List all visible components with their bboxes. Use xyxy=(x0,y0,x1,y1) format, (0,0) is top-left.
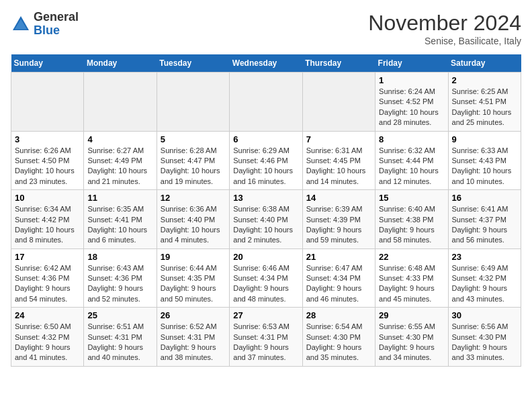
day-info: Sunrise: 6:46 AM Sunset: 4:34 PM Dayligh… xyxy=(233,263,298,305)
calendar-week-row: 3Sunrise: 6:26 AM Sunset: 4:50 PM Daylig… xyxy=(11,131,521,190)
day-number: 14 xyxy=(306,193,371,203)
calendar-cell: 21Sunrise: 6:47 AM Sunset: 4:34 PM Dayli… xyxy=(302,248,375,308)
calendar-table: SundayMondayTuesdayWednesdayThursdayFrid… xyxy=(11,54,521,367)
day-number: 4 xyxy=(87,134,152,144)
day-number: 7 xyxy=(306,134,371,144)
calendar-cell: 1Sunrise: 6:24 AM Sunset: 4:52 PM Daylig… xyxy=(375,73,448,132)
calendar-cell: 28Sunrise: 6:54 AM Sunset: 4:30 PM Dayli… xyxy=(302,308,375,367)
day-info: Sunrise: 6:49 AM Sunset: 4:32 PM Dayligh… xyxy=(452,263,517,305)
weekday-header: Sunday xyxy=(11,54,84,73)
day-info: Sunrise: 6:48 AM Sunset: 4:33 PM Dayligh… xyxy=(379,263,444,305)
day-number: 19 xyxy=(161,252,226,262)
title-block: November 2024 Senise, Basilicate, Italy xyxy=(368,11,521,46)
weekday-header: Monday xyxy=(84,54,157,73)
weekday-header-row: SundayMondayTuesdayWednesdayThursdayFrid… xyxy=(11,54,521,73)
day-info: Sunrise: 6:50 AM Sunset: 4:32 PM Dayligh… xyxy=(15,322,80,363)
calendar-cell xyxy=(230,73,302,132)
day-number: 6 xyxy=(233,134,298,144)
day-info: Sunrise: 6:29 AM Sunset: 4:46 PM Dayligh… xyxy=(233,146,298,187)
day-number: 16 xyxy=(452,193,517,203)
day-number: 15 xyxy=(379,193,444,203)
day-info: Sunrise: 6:27 AM Sunset: 4:49 PM Dayligh… xyxy=(87,146,152,187)
day-number: 28 xyxy=(306,310,371,320)
calendar-cell: 4Sunrise: 6:27 AM Sunset: 4:49 PM Daylig… xyxy=(84,131,157,190)
day-info: Sunrise: 6:26 AM Sunset: 4:50 PM Dayligh… xyxy=(15,146,80,187)
calendar-cell: 16Sunrise: 6:41 AM Sunset: 4:37 PM Dayli… xyxy=(448,190,521,249)
day-info: Sunrise: 6:41 AM Sunset: 4:37 PM Dayligh… xyxy=(452,204,517,246)
calendar-cell: 30Sunrise: 6:56 AM Sunset: 4:30 PM Dayli… xyxy=(448,308,521,367)
day-info: Sunrise: 6:44 AM Sunset: 4:35 PM Dayligh… xyxy=(161,263,226,305)
calendar-cell: 29Sunrise: 6:55 AM Sunset: 4:30 PM Dayli… xyxy=(375,308,448,367)
calendar-cell xyxy=(11,73,84,132)
day-info: Sunrise: 6:24 AM Sunset: 4:52 PM Dayligh… xyxy=(379,87,444,128)
calendar-week-row: 24Sunrise: 6:50 AM Sunset: 4:32 PM Dayli… xyxy=(11,308,521,367)
calendar-cell: 15Sunrise: 6:40 AM Sunset: 4:38 PM Dayli… xyxy=(375,190,448,249)
day-info: Sunrise: 6:43 AM Sunset: 4:36 PM Dayligh… xyxy=(87,263,152,305)
calendar-cell: 5Sunrise: 6:28 AM Sunset: 4:47 PM Daylig… xyxy=(157,131,229,190)
logo-icon xyxy=(11,14,31,34)
calendar-week-row: 1Sunrise: 6:24 AM Sunset: 4:52 PM Daylig… xyxy=(11,73,521,132)
day-info: Sunrise: 6:34 AM Sunset: 4:42 PM Dayligh… xyxy=(15,204,80,246)
day-number: 23 xyxy=(452,252,517,262)
day-number: 17 xyxy=(15,252,80,262)
calendar-week-row: 10Sunrise: 6:34 AM Sunset: 4:42 PM Dayli… xyxy=(11,190,521,249)
day-info: Sunrise: 6:53 AM Sunset: 4:31 PM Dayligh… xyxy=(233,322,298,363)
calendar-cell xyxy=(157,73,229,132)
calendar-cell: 12Sunrise: 6:36 AM Sunset: 4:40 PM Dayli… xyxy=(157,190,229,249)
calendar-cell: 27Sunrise: 6:53 AM Sunset: 4:31 PM Dayli… xyxy=(230,308,302,367)
day-number: 30 xyxy=(452,310,517,320)
day-info: Sunrise: 6:40 AM Sunset: 4:38 PM Dayligh… xyxy=(379,204,444,246)
day-number: 3 xyxy=(15,134,80,144)
calendar-cell: 25Sunrise: 6:51 AM Sunset: 4:31 PM Dayli… xyxy=(84,308,157,367)
calendar-cell: 13Sunrise: 6:38 AM Sunset: 4:40 PM Dayli… xyxy=(230,190,302,249)
calendar-cell: 17Sunrise: 6:42 AM Sunset: 4:36 PM Dayli… xyxy=(11,248,84,308)
weekday-header: Friday xyxy=(375,54,448,73)
day-number: 25 xyxy=(87,310,152,320)
calendar-cell xyxy=(84,73,157,132)
day-info: Sunrise: 6:28 AM Sunset: 4:47 PM Dayligh… xyxy=(161,146,226,187)
logo-general-text: General xyxy=(34,10,79,24)
day-info: Sunrise: 6:35 AM Sunset: 4:41 PM Dayligh… xyxy=(87,204,152,246)
day-info: Sunrise: 6:56 AM Sunset: 4:30 PM Dayligh… xyxy=(452,322,517,363)
day-info: Sunrise: 6:25 AM Sunset: 4:51 PM Dayligh… xyxy=(452,87,517,128)
calendar-cell: 7Sunrise: 6:31 AM Sunset: 4:45 PM Daylig… xyxy=(302,131,375,190)
calendar-cell: 23Sunrise: 6:49 AM Sunset: 4:32 PM Dayli… xyxy=(448,248,521,308)
logo-blue-text: Blue xyxy=(34,24,60,37)
day-info: Sunrise: 6:39 AM Sunset: 4:39 PM Dayligh… xyxy=(306,204,371,246)
day-number: 21 xyxy=(306,252,371,262)
day-number: 24 xyxy=(15,310,80,320)
day-number: 1 xyxy=(379,75,444,85)
day-info: Sunrise: 6:33 AM Sunset: 4:43 PM Dayligh… xyxy=(452,146,517,187)
logo: General Blue xyxy=(11,11,79,38)
weekday-header: Wednesday xyxy=(230,54,302,73)
day-info: Sunrise: 6:52 AM Sunset: 4:31 PM Dayligh… xyxy=(161,322,226,363)
day-number: 5 xyxy=(161,134,226,144)
calendar-week-row: 17Sunrise: 6:42 AM Sunset: 4:36 PM Dayli… xyxy=(11,248,521,308)
day-info: Sunrise: 6:54 AM Sunset: 4:30 PM Dayligh… xyxy=(306,322,371,363)
day-number: 29 xyxy=(379,310,444,320)
day-number: 18 xyxy=(87,252,152,262)
calendar-cell: 3Sunrise: 6:26 AM Sunset: 4:50 PM Daylig… xyxy=(11,131,84,190)
calendar-cell: 6Sunrise: 6:29 AM Sunset: 4:46 PM Daylig… xyxy=(230,131,302,190)
calendar-cell: 20Sunrise: 6:46 AM Sunset: 4:34 PM Dayli… xyxy=(230,248,302,308)
day-info: Sunrise: 6:38 AM Sunset: 4:40 PM Dayligh… xyxy=(233,204,298,246)
calendar-cell: 26Sunrise: 6:52 AM Sunset: 4:31 PM Dayli… xyxy=(157,308,229,367)
calendar-cell: 24Sunrise: 6:50 AM Sunset: 4:32 PM Dayli… xyxy=(11,308,84,367)
day-number: 11 xyxy=(87,193,152,203)
day-number: 20 xyxy=(233,252,298,262)
calendar-cell: 19Sunrise: 6:44 AM Sunset: 4:35 PM Dayli… xyxy=(157,248,229,308)
day-info: Sunrise: 6:32 AM Sunset: 4:44 PM Dayligh… xyxy=(379,146,444,187)
weekday-header: Thursday xyxy=(302,54,375,73)
calendar-cell: 8Sunrise: 6:32 AM Sunset: 4:44 PM Daylig… xyxy=(375,131,448,190)
day-number: 13 xyxy=(233,193,298,203)
calendar-cell: 14Sunrise: 6:39 AM Sunset: 4:39 PM Dayli… xyxy=(302,190,375,249)
day-info: Sunrise: 6:36 AM Sunset: 4:40 PM Dayligh… xyxy=(161,204,226,246)
day-number: 22 xyxy=(379,252,444,262)
calendar-cell: 22Sunrise: 6:48 AM Sunset: 4:33 PM Dayli… xyxy=(375,248,448,308)
calendar-cell: 18Sunrise: 6:43 AM Sunset: 4:36 PM Dayli… xyxy=(84,248,157,308)
weekday-header: Saturday xyxy=(448,54,521,73)
calendar-cell: 10Sunrise: 6:34 AM Sunset: 4:42 PM Dayli… xyxy=(11,190,84,249)
month-title: November 2024 xyxy=(368,11,521,36)
day-number: 12 xyxy=(161,193,226,203)
calendar-cell: 11Sunrise: 6:35 AM Sunset: 4:41 PM Dayli… xyxy=(84,190,157,249)
